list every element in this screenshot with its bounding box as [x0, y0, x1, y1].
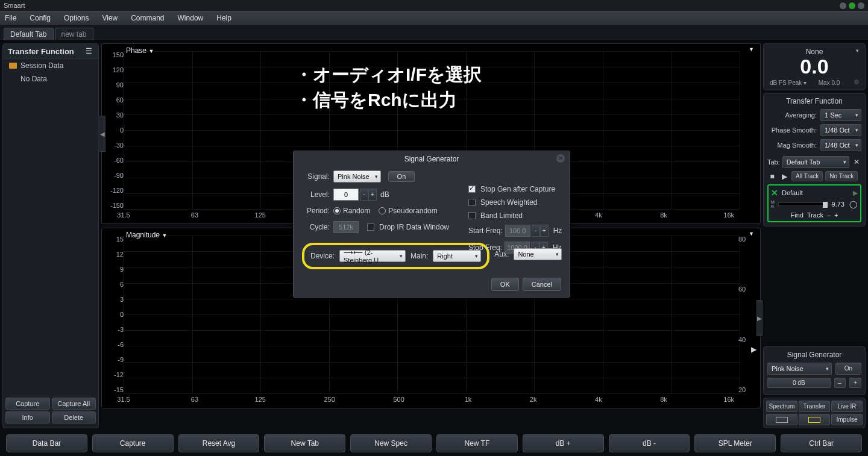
- signal-on-button[interactable]: On: [388, 171, 415, 182]
- track-play-icon[interactable]: ▶: [853, 189, 858, 197]
- speech-weighted-checkbox[interactable]: [468, 199, 476, 206]
- track-minus-button[interactable]: –: [827, 211, 831, 219]
- drop-ir-checkbox[interactable]: [367, 223, 374, 231]
- track-find-button[interactable]: Find: [790, 211, 803, 219]
- signal-generator-panel: Signal Generator Pink Noise On 0 dB – +: [763, 346, 866, 395]
- sg-type-select[interactable]: Pink Noise: [767, 363, 832, 375]
- sidebar-right: None 0.0 dB FS Peak ▾ Max 0.0 Transfer F…: [763, 43, 866, 428]
- maximize-icon[interactable]: [849, 2, 855, 9]
- all-track-button[interactable]: All Track: [791, 171, 823, 181]
- drop-ir-label: Drop IR Data Window: [379, 223, 449, 231]
- track-clock-icon[interactable]: ◯: [848, 199, 858, 209]
- track-name: Default: [782, 189, 803, 196]
- menu-bar: File Config Options View Command Window …: [0, 11, 868, 26]
- period-random-radio[interactable]: [333, 207, 341, 214]
- phase-options-icon[interactable]: ▼: [749, 46, 754, 52]
- mode-transfer-button[interactable]: Transfer: [799, 401, 830, 412]
- menu-command[interactable]: Command: [131, 14, 164, 22]
- bb-db-minus[interactable]: dB -: [609, 434, 690, 452]
- cancel-button[interactable]: Cancel: [523, 278, 561, 291]
- signal-label: Signal:: [302, 172, 330, 181]
- mode-impulse-button[interactable]: Impulse: [831, 414, 863, 425]
- play-all-icon[interactable]: ▶: [779, 172, 789, 181]
- mag-options-icon[interactable]: ▼: [749, 231, 754, 237]
- level-unit: dB: [380, 190, 389, 199]
- mr-labels: MR: [771, 200, 775, 208]
- menu-window[interactable]: Window: [178, 14, 204, 22]
- meter-led-icon: [854, 80, 859, 84]
- bb-capture[interactable]: Capture: [92, 434, 174, 452]
- menu-options[interactable]: Options: [64, 14, 89, 22]
- play-icon[interactable]: ▶: [751, 345, 756, 354]
- mag-title: Magnitude ▼: [126, 231, 167, 239]
- bb-spl-meter[interactable]: SPL Meter: [694, 434, 776, 452]
- averaging-select[interactable]: 1 Sec: [820, 109, 861, 121]
- capture-all-button[interactable]: Capture All: [52, 398, 96, 410]
- bb-db-plus[interactable]: dB +: [523, 434, 604, 452]
- no-data-item[interactable]: No Data: [3, 72, 98, 86]
- track-slider[interactable]: [778, 202, 828, 206]
- track-plus-button[interactable]: +: [834, 211, 838, 219]
- level-minus-button[interactable]: -: [360, 189, 368, 201]
- menu-file[interactable]: File: [5, 14, 16, 22]
- meter-mode-select[interactable]: dB FS Peak ▾: [770, 80, 807, 86]
- bb-reset-avg[interactable]: Reset Avg: [178, 434, 260, 452]
- list-icon[interactable]: ☰: [84, 46, 93, 56]
- tab-select[interactable]: Default Tab: [782, 156, 849, 168]
- sg-on-button[interactable]: On: [835, 363, 861, 375]
- bb-new-tf[interactable]: New TF: [436, 434, 518, 452]
- bb-new-spec[interactable]: New Spec: [350, 434, 432, 452]
- mode-liveir-button[interactable]: Live IR: [831, 401, 863, 412]
- close-icon[interactable]: [858, 2, 864, 9]
- no-track-button[interactable]: No Track: [825, 171, 858, 181]
- track-track-button[interactable]: Track: [807, 211, 823, 219]
- mode-single-view-button[interactable]: [766, 414, 797, 425]
- dialog-close-icon[interactable]: ✕: [556, 154, 565, 163]
- mag-smooth-select[interactable]: 1/48 Oct: [820, 139, 861, 151]
- aux-select[interactable]: None: [514, 248, 562, 260]
- track-value: 9.73: [832, 201, 844, 208]
- tab-new[interactable]: new tab: [55, 28, 93, 40]
- bb-new-tab[interactable]: New Tab: [264, 434, 345, 452]
- tab-default[interactable]: Default Tab: [4, 28, 54, 40]
- expand-left-icon[interactable]: ◀: [99, 116, 105, 152]
- device-highlight-box: Device: ⟶⟵ (2- Steinberg U… Main: Right: [302, 243, 489, 269]
- mode-split-view-button[interactable]: [799, 414, 830, 425]
- menu-help[interactable]: Help: [216, 14, 231, 22]
- info-button[interactable]: Info: [5, 411, 50, 423]
- menu-config[interactable]: Config: [30, 14, 51, 22]
- session-data-label: Session Data: [20, 61, 63, 70]
- device-select[interactable]: ⟶⟵ (2- Steinberg U…: [339, 250, 406, 262]
- wrench-icon[interactable]: ✕: [852, 157, 861, 167]
- sidebar-left-title: Transfer Function: [8, 47, 74, 56]
- level-plus-button[interactable]: +: [368, 189, 377, 201]
- sg-plus-button[interactable]: +: [849, 378, 861, 388]
- stop-after-checkbox[interactable]: [468, 186, 476, 193]
- start-freq-plus[interactable]: +: [540, 225, 549, 237]
- capture-button[interactable]: Capture: [5, 398, 50, 410]
- period-pseudo-radio[interactable]: [379, 207, 386, 214]
- main-select[interactable]: Right: [433, 250, 481, 262]
- stop-icon[interactable]: ■: [767, 172, 777, 181]
- level-input[interactable]: [333, 189, 359, 201]
- phase-smooth-select[interactable]: 1/48 Oct: [820, 124, 861, 136]
- track-remove-icon[interactable]: ✕: [771, 188, 778, 198]
- session-data-item[interactable]: Session Data: [3, 59, 98, 72]
- start-freq-minus[interactable]: -: [532, 225, 540, 237]
- ok-button[interactable]: OK: [491, 278, 519, 291]
- phase-smooth-label: Phase Smooth:: [767, 126, 817, 134]
- mode-spectrum-button[interactable]: Spectrum: [766, 401, 797, 412]
- delete-button[interactable]: Delete: [52, 411, 96, 423]
- band-limited-checkbox[interactable]: [468, 212, 476, 219]
- folder-icon: [9, 63, 17, 69]
- signal-generator-dialog: Signal Generator ✕ Signal: Pink Noise On…: [293, 151, 570, 298]
- dialog-title: Signal Generator ✕: [294, 151, 570, 167]
- signal-select[interactable]: Pink Noise: [333, 170, 381, 183]
- menu-view[interactable]: View: [102, 14, 118, 22]
- expand-right-icon[interactable]: ▶: [756, 300, 763, 336]
- bb-ctrl-bar[interactable]: Ctrl Bar: [781, 434, 862, 452]
- sg-minus-button[interactable]: –: [834, 378, 846, 388]
- bb-data-bar[interactable]: Data Bar: [6, 434, 87, 452]
- minimize-icon[interactable]: [840, 2, 846, 9]
- meter-source-select[interactable]: None: [767, 48, 861, 56]
